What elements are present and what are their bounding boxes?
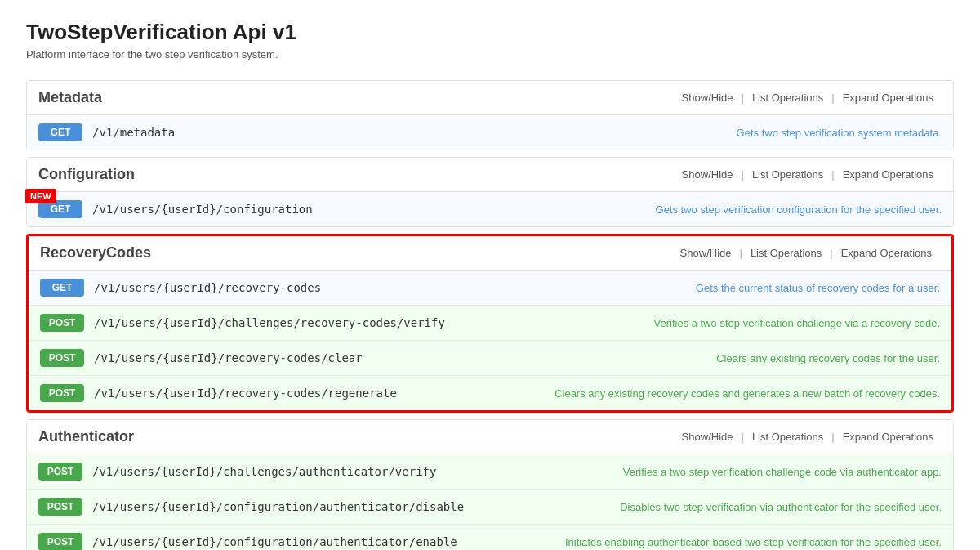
endpoint-path: /v1/users/{userId}/challenges/authentica… <box>92 465 623 478</box>
endpoint-row[interactable]: POST/v1/users/{userId}/challenges/recove… <box>29 306 951 341</box>
endpoint-description: Clears any existing recovery codes and g… <box>555 387 940 400</box>
expand-operations-link-configuration[interactable]: Expand Operations <box>835 168 942 181</box>
method-badge-post: POST <box>38 498 82 516</box>
api-title: TwoStepVerification Api v1 <box>26 20 954 45</box>
section-recoverycodes: RecoveryCodesShow/Hide|List Operations|E… <box>26 234 954 413</box>
method-badge-get: GET <box>38 123 82 141</box>
endpoint-row[interactable]: POST/v1/users/{userId}/challenges/authen… <box>27 454 953 490</box>
section-actions-metadata: Show/Hide|List Operations|Expand Operati… <box>674 92 942 104</box>
show-hide-link-metadata[interactable]: Show/Hide <box>674 92 742 104</box>
show-hide-link-authenticator[interactable]: Show/Hide <box>674 431 742 443</box>
endpoint-path: /v1/metadata <box>92 126 737 139</box>
endpoint-row[interactable]: POST/v1/users/{userId}/configuration/aut… <box>27 490 953 525</box>
sections-container: MetadataShow/Hide|List Operations|Expand… <box>26 80 954 550</box>
new-badge: NEW <box>25 189 56 203</box>
section-header-recoverycodes: RecoveryCodesShow/Hide|List Operations|E… <box>29 236 951 271</box>
section-title-authenticator: Authenticator <box>38 428 134 445</box>
section-actions-recoverycodes: Show/Hide|List Operations|Expand Operati… <box>672 247 940 259</box>
method-badge-post: POST <box>40 314 84 332</box>
section-actions-configuration: Show/Hide|List Operations|Expand Operati… <box>674 168 942 181</box>
endpoint-path: /v1/users/{userId}/recovery-codes/regene… <box>94 387 555 400</box>
endpoint-description: Disables two step verification via authe… <box>620 501 942 513</box>
section-actions-authenticator: Show/Hide|List Operations|Expand Operati… <box>674 431 942 443</box>
expand-operations-link-authenticator[interactable]: Expand Operations <box>835 431 942 443</box>
section-header-metadata: MetadataShow/Hide|List Operations|Expand… <box>27 81 953 115</box>
section-authenticator: AuthenticatorShow/Hide|List Operations|E… <box>26 419 954 550</box>
list-operations-link-authenticator[interactable]: List Operations <box>744 431 831 443</box>
endpoint-description: Verifies a two step verification challen… <box>654 317 940 329</box>
endpoint-path: /v1/users/{userId}/recovery-codes <box>94 281 696 294</box>
list-operations-link-recoverycodes[interactable]: List Operations <box>742 247 830 259</box>
endpoint-path: /v1/users/{userId}/configuration/authent… <box>92 535 565 548</box>
section-metadata: MetadataShow/Hide|List Operations|Expand… <box>26 80 954 150</box>
endpoint-row[interactable]: POST/v1/users/{userId}/recovery-codes/cl… <box>29 341 951 376</box>
endpoint-row[interactable]: GET/v1/users/{userId}/configurationGets … <box>27 192 953 226</box>
expand-operations-link-metadata[interactable]: Expand Operations <box>835 92 942 104</box>
endpoint-path: /v1/users/{userId}/challenges/recovery-c… <box>94 316 654 329</box>
page-container: TwoStepVerification Api v1 Platform inte… <box>0 0 980 550</box>
method-badge-post: POST <box>38 463 82 481</box>
section-header-authenticator: AuthenticatorShow/Hide|List Operations|E… <box>27 420 953 454</box>
show-hide-link-recoverycodes[interactable]: Show/Hide <box>672 247 740 259</box>
endpoint-row[interactable]: GET/v1/metadataGets two step verificatio… <box>27 115 953 150</box>
endpoint-description: Verifies a two step verification challen… <box>623 466 942 478</box>
show-hide-link-configuration[interactable]: Show/Hide <box>674 168 742 181</box>
expand-operations-link-recoverycodes[interactable]: Expand Operations <box>833 247 940 259</box>
endpoint-path: /v1/users/{userId}/configuration <box>92 203 656 216</box>
section-header-configuration: ConfigurationShow/Hide|List Operations|E… <box>27 158 953 192</box>
method-badge-post: POST <box>38 533 82 550</box>
endpoint-description: Gets the current status of recovery code… <box>696 282 940 294</box>
section-title-metadata: Metadata <box>38 89 102 106</box>
endpoint-row[interactable]: POST/v1/users/{userId}/recovery-codes/re… <box>29 376 951 410</box>
method-badge-post: POST <box>40 349 84 367</box>
endpoint-path: /v1/users/{userId}/configuration/authent… <box>92 500 620 513</box>
endpoint-description: Clears any existing recovery codes for t… <box>716 352 940 364</box>
endpoint-row[interactable]: GET/v1/users/{userId}/recovery-codesGets… <box>29 271 951 306</box>
api-subtitle: Platform interface for the two step veri… <box>26 48 954 60</box>
endpoint-description: Gets two step verification configuration… <box>656 203 942 216</box>
section-title-recoverycodes: RecoveryCodes <box>40 244 151 262</box>
list-operations-link-configuration[interactable]: List Operations <box>744 168 831 181</box>
section-configuration: NEWConfigurationShow/Hide|List Operation… <box>26 157 954 227</box>
endpoint-description: Gets two step verification system metada… <box>737 127 942 139</box>
list-operations-link-metadata[interactable]: List Operations <box>744 92 831 104</box>
section-title-configuration: Configuration <box>38 166 135 183</box>
endpoint-path: /v1/users/{userId}/recovery-codes/clear <box>94 351 716 364</box>
method-badge-post: POST <box>40 384 84 402</box>
endpoint-description: Initiates enabling authenticator-based t… <box>565 536 942 548</box>
method-badge-get: GET <box>40 279 84 297</box>
endpoint-row[interactable]: POST/v1/users/{userId}/configuration/aut… <box>27 525 953 550</box>
